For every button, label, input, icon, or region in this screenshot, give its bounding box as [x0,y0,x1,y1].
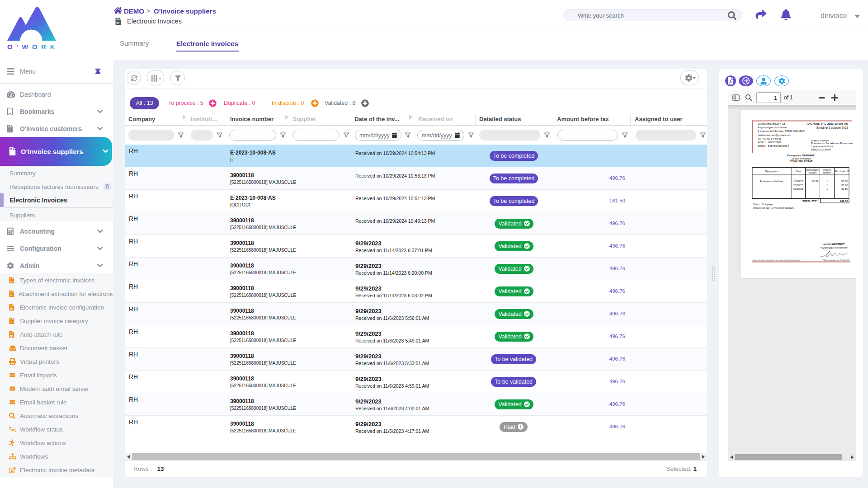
svg-text:O'WORK: O'WORK [7,43,59,51]
